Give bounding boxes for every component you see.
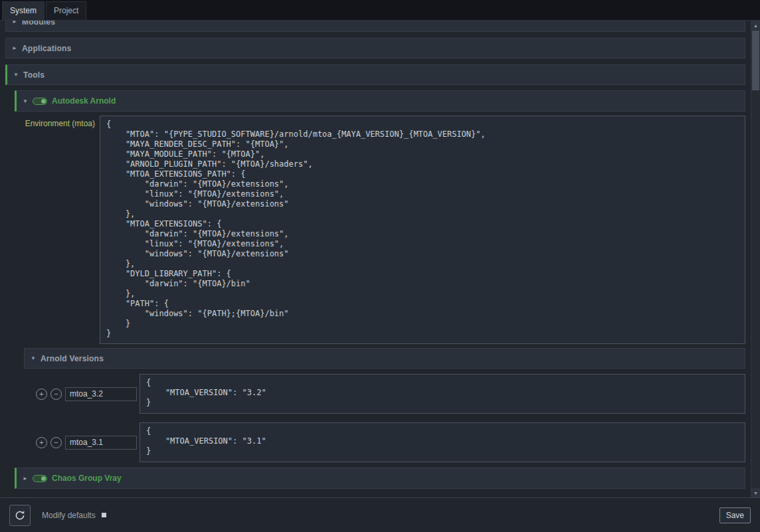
section-applications[interactable]: ► Applications (5, 38, 745, 58)
settings-window: System Project ► Modules ► Applications (0, 0, 760, 532)
vray-enabled-toggle[interactable] (33, 475, 47, 482)
chevron-right-icon: ► (12, 45, 22, 51)
tab-project[interactable]: Project (46, 1, 86, 20)
chevron-down-icon: ▼ (13, 72, 23, 78)
version-value-textarea[interactable]: { "MTOA_VERSION": "3.1" } (140, 422, 745, 462)
scroll-up-icon[interactable]: ▲ (751, 21, 760, 30)
tab-bar: System Project (0, 0, 760, 20)
section-applications-label: Applications (22, 44, 71, 53)
arnold-enabled-toggle[interactable] (33, 98, 47, 105)
section-arnold-versions-label: Arnold Versions (41, 354, 104, 363)
environment-row: Environment (mtoa) { "MTOA": "{PYPE_STUD… (15, 116, 745, 344)
remove-version-button[interactable]: − (50, 389, 62, 400)
group-chaos-group-vray[interactable]: ► Chaos Group Vray (15, 468, 745, 489)
version-value-textarea[interactable]: { "MTOA_VERSION": "3.2" } (140, 374, 745, 414)
version-row-controls: + − (24, 387, 140, 401)
section-tools-label: Tools (23, 70, 45, 80)
refresh-icon (14, 509, 26, 521)
environment-mtoa-label: Environment (mtoa) (15, 116, 100, 344)
version-key-input[interactable] (65, 436, 137, 450)
version-row: + − { "MTOA_VERSION": "3.1" } (24, 422, 745, 462)
content-area: ► Modules ► Applications ▼ Tools (0, 20, 760, 497)
chevron-down-icon: ▼ (31, 355, 41, 361)
version-key-input[interactable] (65, 387, 137, 401)
footer-bar: Modify defaults Save (0, 497, 760, 532)
section-modules[interactable]: ► Modules (5, 21, 745, 32)
vertical-scrollbar[interactable]: ▲ ▼ (751, 21, 760, 497)
scrollbar-thumb[interactable] (752, 31, 759, 90)
section-modules-label: Modules (22, 21, 55, 27)
refresh-button[interactable] (9, 505, 31, 526)
toggle-knob (41, 99, 46, 104)
group-autodesk-arnold[interactable]: ▼ Autodesk Arnold (15, 90, 745, 112)
remove-version-button[interactable]: − (50, 437, 62, 448)
tools-content: ▼ Autodesk Arnold Environment (mtoa) { "… (15, 90, 745, 489)
version-row: + − { "MTOA_VERSION": "3.2" } (24, 374, 745, 414)
section-tools[interactable]: ▼ Tools (5, 64, 745, 85)
group-chaos-group-vray-label: Chaos Group Vray (52, 474, 122, 483)
chevron-down-icon: ▼ (23, 98, 33, 104)
add-version-button[interactable]: + (36, 389, 47, 400)
version-row-controls: + − (24, 436, 140, 450)
chevron-right-icon: ► (23, 476, 33, 482)
modify-defaults-label: Modify defaults (42, 511, 96, 520)
toggle-knob (41, 476, 46, 481)
scroll-area: ► Modules ► Applications ▼ Tools (0, 21, 751, 497)
section-arnold-versions[interactable]: ▼ Arnold Versions (24, 348, 745, 369)
tab-system[interactable]: System (2, 1, 45, 20)
modify-defaults-indicator[interactable] (102, 513, 106, 517)
group-autodesk-arnold-label: Autodesk Arnold (52, 96, 116, 106)
save-button[interactable]: Save (719, 507, 751, 523)
add-version-button[interactable]: + (36, 437, 47, 448)
arnold-versions-section: ▼ Arnold Versions + − { "MTOA (24, 348, 745, 462)
chevron-right-icon: ► (12, 21, 22, 25)
environment-mtoa-textarea[interactable]: { "MTOA": "{PYPE_STUDIO_SOFTWARE}/arnold… (100, 116, 745, 344)
scroll-down-icon[interactable]: ▼ (751, 488, 760, 497)
